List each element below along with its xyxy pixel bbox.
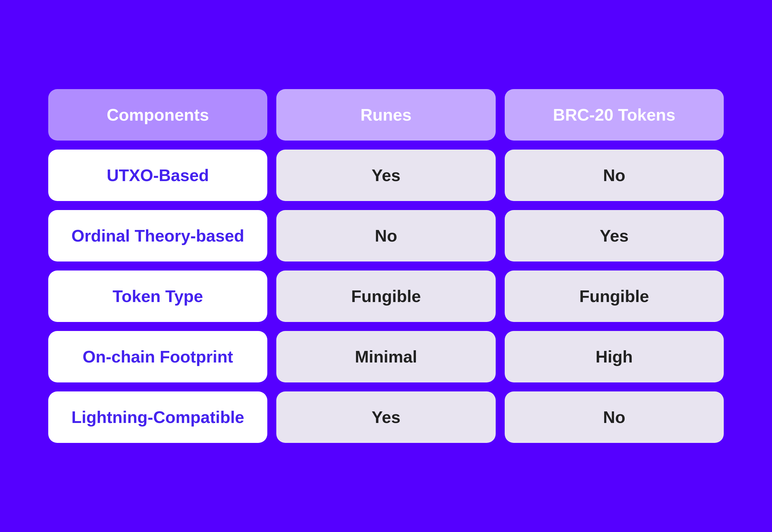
row1-runes: Yes [276, 150, 495, 201]
row4-runes-value: Minimal [355, 347, 417, 367]
header-brc20: BRC-20 Tokens [505, 89, 724, 141]
row4-runes: Minimal [276, 331, 495, 382]
row3-component-label: Token Type [113, 286, 203, 306]
row5-component: Lightning-Compatible [48, 391, 267, 443]
row4-brc20-value: High [596, 347, 633, 367]
row4-component-label: On-chain Footprint [83, 347, 233, 367]
row2-runes-value: No [375, 226, 397, 246]
row1-runes-value: Yes [372, 165, 400, 185]
row5-runes-value: Yes [372, 407, 400, 427]
row2-brc20: Yes [505, 210, 724, 261]
row5-brc20-value: No [603, 407, 625, 427]
row4-component: On-chain Footprint [48, 331, 267, 382]
row5-brc20: No [505, 391, 724, 443]
row4-brc20: High [505, 331, 724, 382]
row3-brc20: Fungible [505, 271, 724, 322]
header-runes-label: Runes [361, 105, 412, 125]
comparison-table: Components Runes BRC-20 Tokens UTXO-Base… [48, 89, 724, 443]
row2-component: Ordinal Theory-based [48, 210, 267, 261]
row3-brc20-value: Fungible [579, 286, 649, 306]
row3-runes-value: Fungible [351, 286, 421, 306]
row1-brc20-value: No [603, 165, 625, 185]
row5-component-label: Lightning-Compatible [71, 407, 244, 427]
row1-component-label: UTXO-Based [107, 165, 209, 185]
header-components-label: Components [107, 105, 209, 125]
row1-component: UTXO-Based [48, 150, 267, 201]
row5-runes: Yes [276, 391, 495, 443]
row3-component: Token Type [48, 271, 267, 322]
row2-component-label: Ordinal Theory-based [71, 226, 244, 246]
row2-runes: No [276, 210, 495, 261]
header-components: Components [48, 89, 267, 141]
row3-runes: Fungible [276, 271, 495, 322]
header-brc20-label: BRC-20 Tokens [553, 105, 675, 125]
row1-brc20: No [505, 150, 724, 201]
row2-brc20-value: Yes [600, 226, 629, 246]
header-runes: Runes [276, 89, 495, 141]
